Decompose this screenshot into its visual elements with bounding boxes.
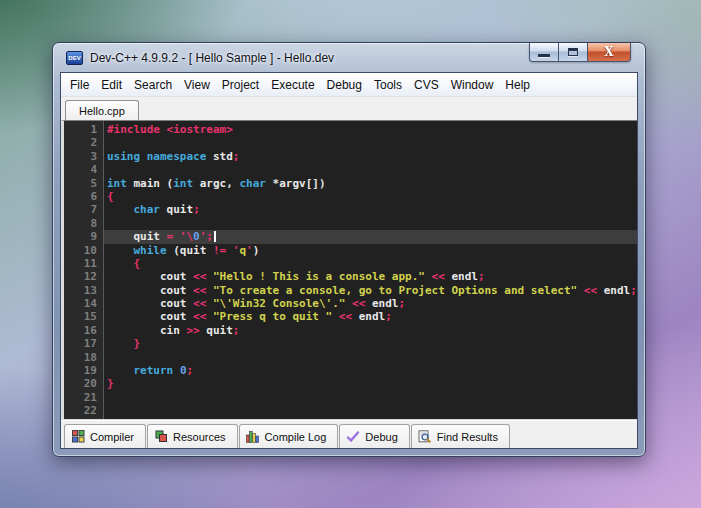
minimize-button[interactable] [529, 43, 559, 62]
line-number-18[interactable]: 18 [64, 351, 103, 364]
window-controls: X [529, 43, 631, 62]
line-number-13[interactable]: 13 [64, 284, 103, 297]
line-number-20[interactable]: 20 [64, 377, 103, 390]
code-line-16[interactable]: cin >> quit; [104, 324, 637, 337]
code-line-15[interactable]: cout << "Press q to quit " << endl; [104, 310, 637, 323]
menu-execute[interactable]: Execute [265, 74, 320, 96]
line-number-11[interactable]: 11 [64, 257, 103, 270]
line-number-14[interactable]: 14 [64, 297, 103, 310]
line-number-6[interactable]: 6 [64, 190, 103, 203]
code-line-11[interactable]: { [104, 257, 637, 270]
tab-compiler[interactable]: Compiler [64, 424, 146, 448]
line-number-3[interactable]: 3 [64, 150, 103, 163]
code-line-17[interactable]: } [104, 337, 637, 350]
code-area[interactable]: #include <iostream>using namespace std;i… [104, 121, 637, 419]
menu-tools[interactable]: Tools [368, 74, 408, 96]
menu-bar: FileEditSearchViewProjectExecuteDebugToo… [61, 73, 637, 97]
code-line-14[interactable]: cout << "\'Win32 Console\'." << endl; [104, 297, 637, 310]
code-line-4[interactable] [104, 163, 637, 176]
text-cursor [214, 231, 216, 242]
close-icon: X [604, 45, 613, 59]
code-line-20[interactable]: } [104, 377, 637, 390]
magnifier-icon [418, 430, 432, 443]
code-line-21[interactable] [104, 391, 637, 404]
line-number-22[interactable]: 22 [64, 404, 103, 417]
menu-cvs[interactable]: CVS [408, 74, 445, 96]
bar-chart-icon [246, 430, 260, 443]
menu-search[interactable]: Search [128, 74, 178, 96]
code-line-13[interactable]: cout << "To create a console, go to Proj… [104, 284, 637, 297]
line-number-2[interactable]: 2 [64, 136, 103, 149]
code-editor[interactable]: 12345678910111213141516171819202122 #inc… [61, 120, 637, 420]
editor-tab-bar: Hello.cpp [61, 97, 637, 120]
menu-project[interactable]: Project [216, 74, 265, 96]
bottom-tab-bar: CompilerResourcesCompile LogDebugFind Re… [61, 420, 637, 448]
line-number-8[interactable]: 8 [64, 217, 103, 230]
maximize-icon [568, 48, 578, 56]
maximize-button[interactable] [559, 43, 587, 62]
tab-debug[interactable]: Debug [339, 424, 409, 448]
line-number-17[interactable]: 17 [64, 337, 103, 350]
resources-layers-icon [154, 430, 168, 443]
titlebar[interactable]: DEV Dev-C++ 4.9.9.2 - [ Hello Sample ] -… [60, 43, 638, 72]
line-number-1[interactable]: 1 [64, 123, 103, 136]
tab-label: Compiler [90, 431, 134, 443]
code-line-22[interactable] [104, 404, 637, 417]
code-line-10[interactable]: while (quit != 'q') [104, 244, 637, 257]
minimize-icon [538, 54, 550, 57]
code-line-8[interactable] [104, 217, 637, 230]
menu-file[interactable]: File [64, 74, 95, 96]
compiler-grid-icon [71, 430, 85, 443]
code-line-2[interactable] [104, 136, 637, 149]
line-number-16[interactable]: 16 [64, 324, 103, 337]
code-line-3[interactable]: using namespace std; [104, 150, 637, 163]
code-line-18[interactable] [104, 351, 637, 364]
tab-label: Debug [365, 431, 397, 443]
line-number-21[interactable]: 21 [64, 391, 103, 404]
code-line-19[interactable]: return 0; [104, 364, 637, 377]
tab-label: Resources [173, 431, 226, 443]
close-button[interactable]: X [587, 43, 631, 62]
menu-view[interactable]: View [178, 74, 216, 96]
check-mark-icon [346, 430, 360, 443]
menu-edit[interactable]: Edit [95, 74, 128, 96]
window-client-area: FileEditSearchViewProjectExecuteDebugToo… [60, 72, 638, 449]
menu-window[interactable]: Window [445, 74, 500, 96]
line-number-gutter: 12345678910111213141516171819202122 [64, 121, 104, 419]
code-line-5[interactable]: int main (int argc, char *argv[]) [104, 177, 637, 190]
tab-label: Find Results [437, 431, 498, 443]
menu-help[interactable]: Help [499, 74, 536, 96]
code-line-9[interactable]: quit = '\0'; [104, 230, 637, 243]
code-line-7[interactable]: char quit; [104, 203, 637, 216]
tab-hello-cpp[interactable]: Hello.cpp [65, 100, 139, 120]
tab-compile-log[interactable]: Compile Log [239, 424, 339, 448]
code-line-6[interactable]: { [104, 190, 637, 203]
line-number-5[interactable]: 5 [64, 177, 103, 190]
window-title: Dev-C++ 4.9.9.2 - [ Hello Sample ] - Hel… [90, 51, 334, 65]
line-number-9[interactable]: 9 [64, 230, 103, 243]
line-number-4[interactable]: 4 [64, 163, 103, 176]
code-line-1[interactable]: #include <iostream> [104, 123, 637, 136]
tab-label: Compile Log [265, 431, 327, 443]
app-icon: DEV [66, 51, 83, 65]
line-number-15[interactable]: 15 [64, 310, 103, 323]
tab-resources[interactable]: Resources [147, 424, 238, 448]
tab-find-results[interactable]: Find Results [411, 424, 510, 448]
devcpp-window: DEV Dev-C++ 4.9.9.2 - [ Hello Sample ] -… [52, 42, 646, 457]
line-number-10[interactable]: 10 [64, 244, 103, 257]
code-line-12[interactable]: cout << "Hello ! This is a console app."… [104, 270, 637, 283]
line-number-19[interactable]: 19 [64, 364, 103, 377]
line-number-12[interactable]: 12 [64, 270, 103, 283]
line-number-7[interactable]: 7 [64, 203, 103, 216]
desktop-background: DEV Dev-C++ 4.9.9.2 - [ Hello Sample ] -… [0, 0, 701, 508]
menu-debug[interactable]: Debug [321, 74, 368, 96]
